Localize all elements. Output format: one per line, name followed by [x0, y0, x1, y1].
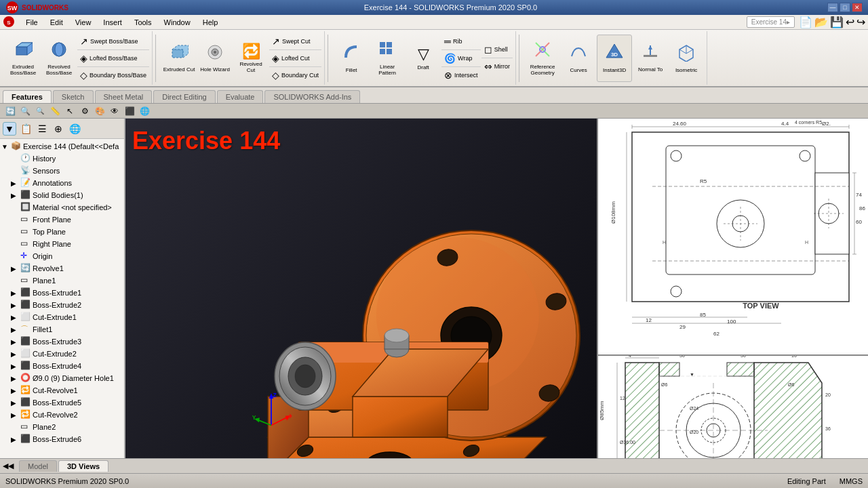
minimize-button[interactable]: — [827, 3, 838, 12]
search-bar[interactable]: Exercise 14▸ [747, 16, 795, 28]
select-icon[interactable]: ↖ [64, 105, 76, 117]
instant3d-button[interactable]: 3D Instant3D [597, 35, 632, 82]
mirror-button[interactable]: ⇔ Mirror [481, 60, 513, 73]
sidebar-tab-config[interactable]: ☰ [35, 122, 49, 136]
tree-item-boss-extrude6[interactable]: ▶ ⬛ Boss-Extrude6 [0, 433, 124, 445]
normal-to-button[interactable]: Normal To [633, 35, 668, 82]
filter-icon[interactable]: ⚙ [79, 105, 91, 117]
sidebar-tab-scene[interactable]: 🌐 [68, 122, 81, 136]
save-btn[interactable]: 💾 [830, 16, 844, 28]
tab-evaluate[interactable]: Evaluate [217, 90, 264, 103]
swept-boss-base-button[interactable]: ↗ Swept Boss/Base [77, 35, 149, 48]
svg-text:29: 29 [679, 324, 686, 330]
tree-root[interactable]: ▼ 📦 Exercise 144 (Default<<Defa [0, 140, 124, 152]
intersect-button[interactable]: ⊗ Intersect [441, 68, 481, 82]
close-button[interactable]: ✕ [852, 3, 863, 12]
sidebar-tab-display[interactable]: ⊕ [52, 122, 65, 136]
linear-pattern-button[interactable]: Linear Pattern [370, 35, 405, 82]
svg-text:R5: R5 [700, 178, 707, 184]
rib-button[interactable]: ═ Rib [441, 35, 481, 48]
tree-item-cut-extrude1[interactable]: ▶ ⬜ Cut-Extrude1 [0, 311, 124, 323]
shell-button[interactable]: ◻ Shell [481, 43, 513, 56]
svg-text:30: 30 [679, 356, 685, 358]
wrap-button[interactable]: 🌀 Wrap [441, 52, 481, 65]
tree-item-hole1[interactable]: ▶ ⭕ Ø9.0 (9) Diameter Hole1 [0, 372, 124, 384]
sidebar-tab-properties[interactable]: 📋 [19, 122, 33, 136]
reference-geometry-button[interactable]: Reference Geometry [525, 35, 560, 82]
zoom-icon[interactable]: 🔍 [19, 105, 31, 117]
appearance-icon[interactable]: 🎨 [94, 105, 106, 117]
svg-text:Y: Y [252, 414, 256, 421]
tree-item-boss-extrude5[interactable]: ▶ ⬛ Boss-Extrude5 [0, 396, 124, 409]
view-icon[interactable]: 👁 [108, 105, 121, 117]
tree-item-boss-extrude1[interactable]: ▶ ⬛ Boss-Extrude1 [0, 287, 124, 299]
tree-item-origin[interactable]: ✛ Origin [0, 250, 124, 262]
curves-button[interactable]: Curves [561, 35, 596, 82]
undo-btn[interactable]: ↩ [846, 16, 854, 28]
boundary-boss-base-button[interactable]: ◇ Boundary Boss/Base [77, 68, 149, 82]
tab-direct-editing[interactable]: Direct Editing [153, 90, 215, 103]
menu-tools[interactable]: Tools [129, 17, 157, 28]
extruded-boss-base-button[interactable]: Extruded Boss/Base [5, 35, 41, 82]
tree-item-cut-revolve1[interactable]: ▶ 🔁 Cut-Revolve1 [0, 384, 124, 396]
zoom-in-icon[interactable]: 🔍 [34, 105, 46, 117]
tree-item-plane2[interactable]: ▭ Plane2 [0, 421, 124, 433]
hole-wizard-button[interactable]: Hole Wizard [197, 35, 233, 82]
scroll-left-icon[interactable]: ◀◀ [3, 462, 14, 470]
menu-insert[interactable]: Insert [98, 17, 127, 28]
isometric-button[interactable]: Isometric [669, 35, 704, 82]
extruded-cut-button[interactable]: Extruded Cut [161, 35, 197, 82]
tree-item-solid-bodies[interactable]: ▶ ⬛ Solid Bodies(1) [0, 189, 124, 201]
display-icon[interactable]: ⬛ [123, 105, 136, 117]
menu-help[interactable]: Help [197, 17, 224, 28]
lofted-cut-button[interactable]: ◈ Lofted Cut [269, 52, 321, 65]
redo-btn[interactable]: ↪ [856, 16, 865, 28]
tree-item-material[interactable]: 🔲 Material <not specified> [0, 201, 124, 214]
new-btn[interactable]: 📄 [799, 16, 812, 28]
tab-sketch[interactable]: Sketch [53, 90, 94, 103]
bottom-tab-model[interactable]: Model [19, 460, 57, 472]
sidebar-tab-featuretree[interactable]: ▼ [3, 122, 16, 136]
tab-addins[interactable]: SOLIDWORKS Add-Ins [264, 90, 360, 103]
tree-item-boss-extrude2[interactable]: ▶ ⬛ Boss-Extrude2 [0, 299, 124, 311]
swept-cut-button[interactable]: ↗ Swept Cut [269, 35, 321, 48]
tree-item-cut-extrude2[interactable]: ▶ ⬜ Cut-Extrude2 [0, 348, 124, 360]
fillet-button[interactable]: Fillet [334, 35, 369, 82]
tree-item-annotations[interactable]: ▶ 📝 Annotations [0, 177, 124, 189]
open-btn[interactable]: 📂 [814, 16, 828, 28]
tree-item-cut-revolve2[interactable]: ▶ 🔁 Cut-Revolve2 [0, 409, 124, 421]
menu-view[interactable]: View [70, 17, 97, 28]
tree-item-boss-extrude4[interactable]: ▶ ⬛ Boss-Extrude4 [0, 360, 124, 372]
bottom-tab-3dviews[interactable]: 3D Views [58, 460, 108, 472]
tree-item-right-plane[interactable]: ▭ Right Plane [0, 238, 124, 250]
lofted-boss-base-button[interactable]: ◈ Lofted Boss/Base [77, 52, 149, 65]
tree-item-front-plane[interactable]: ▭ Front Plane [0, 214, 124, 226]
revolved-cut-button[interactable]: 🔁 Revolved Cut [233, 35, 269, 82]
tree-item-fillet1[interactable]: ▶ ⌒ Fillet1 [0, 323, 124, 336]
tab-sheet-metal[interactable]: Sheet Metal [95, 90, 153, 103]
tree-item-boss-extrude3[interactable]: ▶ ⬛ Boss-Extrude3 [0, 336, 124, 348]
svg-rect-15 [387, 42, 392, 47]
render-icon[interactable]: 🌐 [138, 105, 151, 117]
tree-item-plane1[interactable]: ▭ Plane1 [0, 274, 124, 287]
measure-icon[interactable]: 📏 [49, 105, 61, 117]
tree-item-history[interactable]: 🕐 History [0, 152, 124, 165]
tree-item-sensors[interactable]: 📡 Sensors [0, 165, 124, 177]
rotate-view-icon[interactable]: 🔄 [4, 105, 16, 117]
toolbar-group-ref: Reference Geometry Curves 3D Instant3D [522, 31, 707, 85]
tab-features[interactable]: Features [3, 90, 52, 103]
3d-model [180, 152, 597, 458]
menu-edit[interactable]: Edit [45, 17, 68, 28]
boundary-cut-button[interactable]: ◇ Boundary Cut [269, 68, 321, 82]
bottom-tab-bar: ◀◀ Model 3D Views [0, 458, 868, 473]
3d-viewport[interactable]: Exercise 144 [125, 119, 597, 458]
svg-text:36: 36 [825, 426, 831, 431]
menu-window[interactable]: Window [159, 17, 196, 28]
svg-text:Ø2.: Ø2. [822, 121, 831, 127]
menu-file[interactable]: File [20, 17, 43, 28]
tree-item-top-plane[interactable]: ▭ Top Plane [0, 226, 124, 238]
tree-item-revolve1[interactable]: ▶ 🔄 Revolve1 [0, 262, 124, 274]
revolved-boss-base-button[interactable]: Revolved Boss/Base [41, 35, 77, 82]
maximize-button[interactable]: □ [840, 3, 850, 12]
draft-button[interactable]: ▽ Draft [406, 35, 441, 82]
